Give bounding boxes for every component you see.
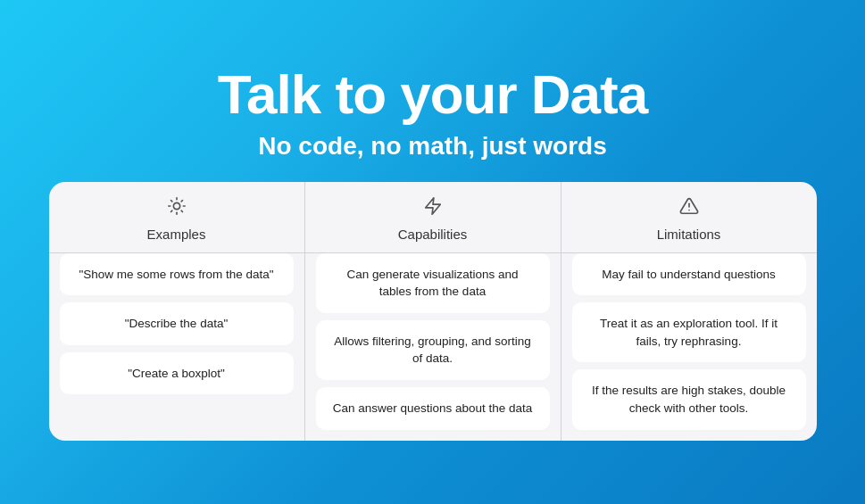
columns-container: Examples"Show me some rows from the data…: [49, 182, 817, 441]
column-header-limitations: Limitations: [561, 182, 817, 252]
column-title-limitations: Limitations: [657, 227, 721, 242]
column-limitations: LimitationsMay fail to understand questi…: [561, 182, 817, 441]
item-examples-2: "Create a boxplot": [60, 352, 294, 395]
item-examples-0: "Show me some rows from the data": [60, 253, 294, 296]
page-subtitle: No code, no math, just words: [258, 132, 606, 161]
column-items-limitations: May fail to understand questionsTreat it…: [561, 253, 817, 441]
item-capabilities-1: Allows filtering, grouping, and sorting …: [316, 320, 550, 380]
svg-line-6: [181, 211, 182, 211]
svg-line-7: [171, 211, 171, 211]
column-title-capabilities: Capabilities: [398, 227, 468, 242]
svg-line-8: [181, 200, 182, 201]
page-title: Talk to your Data: [218, 64, 647, 125]
warning-icon: [679, 196, 699, 221]
item-limitations-2: If the results are high stakes, double c…: [572, 369, 806, 429]
main-card: Examples"Show me some rows from the data…: [49, 182, 817, 441]
lightning-icon: [423, 196, 443, 221]
item-examples-1: "Describe the data": [60, 302, 294, 345]
item-limitations-0: May fail to understand questions: [572, 253, 806, 296]
column-title-examples: Examples: [147, 227, 206, 242]
column-items-examples: "Show me some rows from the data""Descri…: [49, 253, 304, 406]
column-header-examples: Examples: [49, 182, 304, 252]
item-capabilities-2: Can answer questions about the data: [316, 387, 550, 430]
svg-line-5: [171, 200, 171, 201]
sun-icon: [167, 196, 187, 221]
column-header-capabilities: Capabilities: [305, 182, 561, 252]
item-limitations-1: Treat it as an exploration tool. If it f…: [572, 302, 806, 362]
svg-marker-9: [425, 198, 440, 214]
column-capabilities: CapabilitiesCan generate visualizations …: [305, 182, 561, 441]
svg-point-0: [173, 202, 179, 209]
item-capabilities-0: Can generate visualizations and tables f…: [316, 253, 550, 313]
column-items-capabilities: Can generate visualizations and tables f…: [305, 253, 561, 441]
column-examples: Examples"Show me some rows from the data…: [49, 182, 305, 441]
